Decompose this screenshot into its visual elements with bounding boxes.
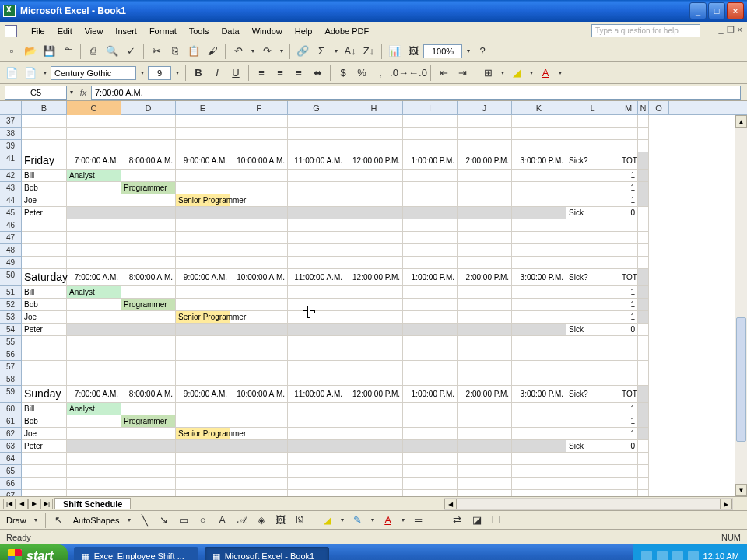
- cell[interactable]: [345, 286, 403, 299]
- cell[interactable]: [22, 128, 67, 140]
- grid-row[interactable]: 66: [0, 478, 747, 490]
- cell[interactable]: [512, 428, 566, 440]
- cell[interactable]: 1: [619, 194, 638, 207]
- permission-icon[interactable]: 🗀: [59, 43, 76, 60]
- cell[interactable]: [230, 415, 288, 428]
- time-header-cell[interactable]: 3:00:00 P.M.: [512, 269, 566, 286]
- cell[interactable]: Sick: [566, 440, 619, 453]
- row-header[interactable]: 65: [0, 465, 22, 478]
- sick-header-cell[interactable]: Sick?: [566, 269, 619, 286]
- cell[interactable]: [638, 348, 649, 361]
- cell[interactable]: [230, 244, 288, 257]
- time-header-cell[interactable]: 12:00:00 P.M.: [345, 269, 403, 286]
- cell[interactable]: [458, 140, 512, 152]
- cell[interactable]: [566, 373, 619, 386]
- grid-row[interactable]: 64: [0, 453, 747, 465]
- cell[interactable]: [121, 465, 176, 478]
- cell[interactable]: [121, 219, 176, 232]
- cell[interactable]: [638, 207, 649, 219]
- hscroll-left-button[interactable]: ◀: [444, 499, 457, 509]
- cell[interactable]: [458, 348, 512, 361]
- cell[interactable]: [288, 244, 345, 257]
- cell[interactable]: [288, 115, 345, 128]
- italic-icon[interactable]: I: [209, 65, 226, 82]
- cell[interactable]: [566, 219, 619, 232]
- linecolor-icon[interactable]: ✎: [349, 512, 366, 529]
- fill-color-icon[interactable]: ◢: [508, 65, 525, 82]
- cell[interactable]: [176, 170, 230, 182]
- cell[interactable]: [176, 440, 230, 453]
- cell[interactable]: [121, 336, 176, 348]
- col-header-L[interactable]: L: [566, 101, 619, 115]
- cell[interactable]: [121, 286, 176, 299]
- cell[interactable]: [288, 219, 345, 232]
- cell[interactable]: [458, 478, 512, 490]
- cell[interactable]: [230, 140, 288, 152]
- employee-name-cell[interactable]: Bob: [22, 415, 67, 428]
- cell[interactable]: [230, 373, 288, 386]
- cell[interactable]: [67, 219, 121, 232]
- cell[interactable]: [345, 324, 403, 336]
- cell[interactable]: [512, 286, 566, 299]
- time-header-cell[interactable]: 10:00:00 A.M.: [230, 269, 288, 286]
- cell[interactable]: [67, 415, 121, 428]
- cell[interactable]: [345, 415, 403, 428]
- cell[interactable]: [345, 182, 403, 194]
- cell[interactable]: [230, 311, 288, 324]
- cell[interactable]: [566, 348, 619, 361]
- textbox-icon[interactable]: A: [214, 512, 231, 529]
- employee-name-cell[interactable]: Bill: [22, 403, 67, 415]
- rectangle-icon[interactable]: ▭: [175, 512, 192, 529]
- taskbar-item-excel-template[interactable]: ▦Excel Employee Shift ...: [74, 547, 198, 560]
- cell[interactable]: [67, 348, 121, 361]
- cell[interactable]: Senior Programmer: [176, 194, 230, 207]
- cell[interactable]: [67, 428, 121, 440]
- cell[interactable]: [638, 140, 649, 152]
- row-header[interactable]: 39: [0, 140, 22, 152]
- cell[interactable]: [403, 115, 458, 128]
- time-header-cell[interactable]: 3:00:00 P.M.: [512, 152, 566, 170]
- cell[interactable]: 1: [619, 299, 638, 311]
- cell[interactable]: [121, 207, 176, 219]
- increase-decimal-icon[interactable]: .0→: [391, 65, 408, 82]
- cell[interactable]: [22, 361, 67, 373]
- cell[interactable]: [288, 207, 345, 219]
- cell[interactable]: [176, 465, 230, 478]
- cell[interactable]: [67, 299, 121, 311]
- cell[interactable]: [638, 386, 649, 403]
- grid-row[interactable]: 57: [0, 361, 747, 373]
- col-header-I[interactable]: I: [403, 101, 458, 115]
- cell[interactable]: [230, 170, 288, 182]
- time-header-cell[interactable]: 1:00:00 P.M.: [403, 269, 458, 286]
- time-header-cell[interactable]: 7:00:00 A.M.: [67, 269, 121, 286]
- total-header-cell[interactable]: TOTAL: [619, 152, 638, 170]
- cell[interactable]: [230, 257, 288, 269]
- row-header[interactable]: 43: [0, 182, 22, 194]
- cell[interactable]: [230, 194, 288, 207]
- cell[interactable]: [403, 324, 458, 336]
- drawing-icon[interactable]: 🖼: [405, 43, 422, 60]
- time-header-cell[interactable]: 9:00:00 A.M.: [176, 386, 230, 403]
- cell[interactable]: [176, 361, 230, 373]
- row-header[interactable]: 64: [0, 453, 22, 465]
- help-icon[interactable]: ?: [474, 43, 491, 60]
- cell[interactable]: [638, 152, 649, 170]
- redo-icon[interactable]: ↷: [258, 43, 275, 60]
- cell[interactable]: [566, 182, 619, 194]
- cell[interactable]: [345, 478, 403, 490]
- cell[interactable]: [176, 336, 230, 348]
- cell[interactable]: [230, 207, 288, 219]
- cell[interactable]: [230, 361, 288, 373]
- time-header-cell[interactable]: 9:00:00 A.M.: [176, 269, 230, 286]
- cell[interactable]: [638, 373, 649, 386]
- cell[interactable]: [619, 244, 638, 257]
- menu-adobe-pdf[interactable]: Adobe PDF: [318, 25, 375, 37]
- cell[interactable]: [67, 336, 121, 348]
- col-header-D[interactable]: D: [121, 101, 176, 115]
- day-header-row[interactable]: 59Sunday7:00:00 A.M.8:00:00 A.M.9:00:00 …: [0, 386, 747, 403]
- employee-row[interactable]: 45PeterSick0: [0, 207, 747, 219]
- cell[interactable]: [566, 170, 619, 182]
- cell[interactable]: [288, 311, 345, 324]
- cell[interactable]: [619, 232, 638, 244]
- cell[interactable]: [176, 207, 230, 219]
